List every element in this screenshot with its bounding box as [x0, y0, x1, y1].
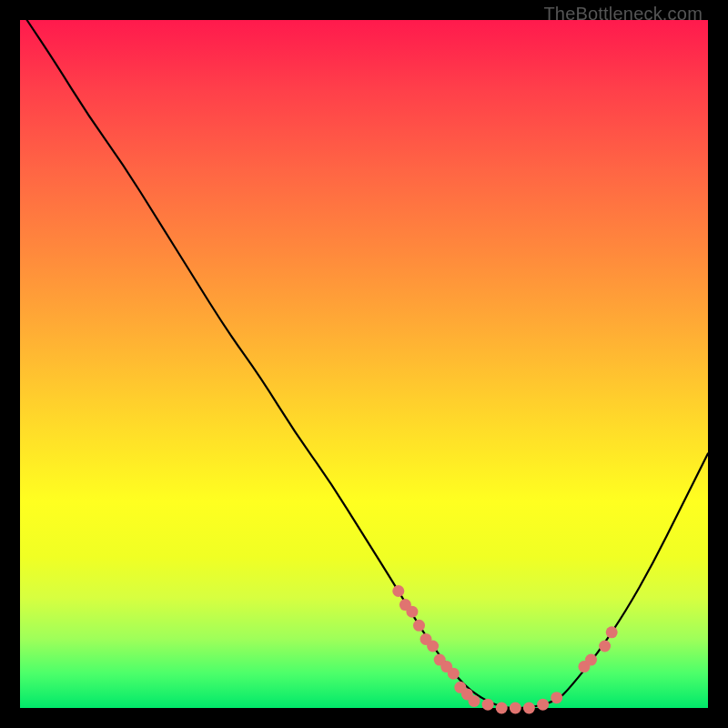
- chart-overlay: [20, 20, 708, 708]
- data-marker: [523, 703, 535, 714]
- data-marker: [551, 692, 562, 703]
- data-marker: [392, 585, 404, 597]
- bottleneck-curve: [27, 20, 708, 708]
- chart-frame: TheBottleneck.com: [0, 0, 728, 728]
- data-marker: [496, 703, 508, 714]
- data-marker: [585, 654, 597, 666]
- data-marker: [427, 641, 439, 652]
- data-marker: [448, 668, 460, 680]
- data-marker: [537, 699, 549, 711]
- data-marker: [406, 606, 418, 618]
- marker-group: [392, 585, 617, 714]
- plot-area: [20, 20, 708, 708]
- data-marker: [469, 695, 480, 707]
- data-marker: [599, 641, 611, 652]
- data-marker: [413, 620, 425, 632]
- watermark-text: TheBottleneck.com: [543, 4, 703, 25]
- data-marker: [510, 703, 521, 714]
- data-marker: [606, 626, 618, 638]
- data-marker: [482, 699, 494, 711]
